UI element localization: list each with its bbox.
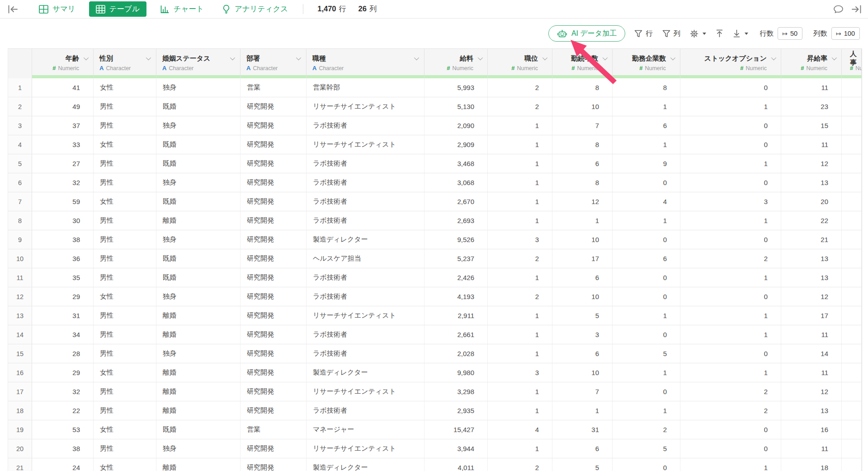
cell[interactable]: 31 [32, 306, 94, 325]
cell[interactable]: 女性 [94, 363, 156, 382]
cell[interactable]: 男性 [94, 230, 156, 249]
cell[interactable] [842, 249, 862, 268]
cell[interactable]: 0 [680, 439, 781, 458]
cell[interactable]: 男性 [94, 211, 156, 230]
cell[interactable]: 研究開発 [241, 116, 307, 135]
cell[interactable]: 男性 [94, 268, 156, 287]
cell[interactable]: 研究開発 [241, 382, 307, 401]
cell[interactable]: 女性 [94, 192, 156, 211]
cell[interactable]: 5 [552, 306, 613, 325]
cell[interactable]: 11 [781, 363, 842, 382]
cell[interactable]: 2,661 [425, 325, 488, 344]
cell[interactable]: ラボ技術者 [307, 401, 425, 420]
cell[interactable]: ラボ技術者 [307, 325, 425, 344]
cell[interactable]: 男性 [94, 249, 156, 268]
column-header-4[interactable]: 部署ACharacter [241, 49, 307, 78]
cell[interactable]: リサーチサイエンティスト [307, 439, 425, 458]
cell[interactable]: 2 [488, 78, 552, 97]
cell[interactable]: 6 [552, 344, 613, 363]
cell[interactable]: 49 [32, 97, 94, 116]
cell[interactable]: 1 [613, 363, 680, 382]
cell[interactable]: 女性 [94, 135, 156, 154]
cell[interactable]: ラボ技術者 [307, 211, 425, 230]
cell[interactable]: 11 [781, 135, 842, 154]
cell[interactable]: 研究開発 [241, 306, 307, 325]
cell[interactable]: 9 [613, 154, 680, 173]
cell[interactable]: 11 [781, 325, 842, 344]
cell[interactable]: 研究開発 [241, 439, 307, 458]
cell[interactable]: 37 [32, 116, 94, 135]
cell[interactable]: 33 [32, 135, 94, 154]
cell[interactable] [842, 382, 862, 401]
cell[interactable]: 12 [781, 382, 842, 401]
cell[interactable]: 1 [488, 268, 552, 287]
cell[interactable]: 離婚 [156, 363, 241, 382]
cell[interactable]: 1 [488, 382, 552, 401]
cell[interactable]: 38 [32, 439, 94, 458]
cell[interactable]: ラボ技術者 [307, 287, 425, 306]
cell[interactable]: 0 [680, 344, 781, 363]
cell[interactable] [842, 401, 862, 420]
cell[interactable]: 1 [613, 97, 680, 116]
cell[interactable]: 1 [488, 401, 552, 420]
cell[interactable]: 製造ディレクター [307, 458, 425, 471]
cell[interactable]: 10 [552, 287, 613, 306]
cell[interactable]: 2 [488, 97, 552, 116]
cell[interactable] [842, 306, 862, 325]
cell[interactable]: 9,526 [425, 230, 488, 249]
filter-rows-button[interactable]: 行 [634, 29, 653, 38]
cell[interactable]: 離婚 [156, 325, 241, 344]
cell[interactable]: 研究開発 [241, 344, 307, 363]
cell[interactable]: 離婚 [156, 211, 241, 230]
cell[interactable]: 2,909 [425, 135, 488, 154]
cell[interactable]: 17 [552, 249, 613, 268]
cell[interactable]: 2,028 [425, 344, 488, 363]
cell[interactable]: 5,130 [425, 97, 488, 116]
cell[interactable]: 2 [488, 458, 552, 471]
cell[interactable]: 1 [488, 116, 552, 135]
cell[interactable] [842, 116, 862, 135]
cell[interactable]: 独身 [156, 287, 241, 306]
cell[interactable]: 1 [680, 306, 781, 325]
cell[interactable]: 0 [613, 173, 680, 192]
cell[interactable]: 1 [613, 135, 680, 154]
cell[interactable]: 1 [488, 439, 552, 458]
cell[interactable]: 独身 [156, 230, 241, 249]
cell[interactable]: 男性 [94, 401, 156, 420]
cell[interactable]: 2,911 [425, 306, 488, 325]
column-header-7[interactable]: 職位#Numeric [488, 49, 552, 78]
cell[interactable]: 独身 [156, 116, 241, 135]
cell[interactable]: 研究開発 [241, 192, 307, 211]
cell[interactable]: 1 [488, 135, 552, 154]
cell[interactable]: 59 [32, 192, 94, 211]
cell[interactable]: 5 [613, 439, 680, 458]
cell[interactable]: 0 [680, 230, 781, 249]
cell[interactable]: 研究開発 [241, 268, 307, 287]
cell[interactable]: 7 [552, 116, 613, 135]
tab-summary[interactable]: サマリ [34, 1, 80, 17]
cell[interactable]: 研究開発 [241, 363, 307, 382]
cell[interactable]: 7 [552, 382, 613, 401]
cell[interactable]: 独身 [156, 173, 241, 192]
cell[interactable]: 研究開発 [241, 135, 307, 154]
cell[interactable]: 0 [680, 78, 781, 97]
cell[interactable]: 営業幹部 [307, 78, 425, 97]
cell[interactable]: 0 [613, 230, 680, 249]
cell[interactable]: 31 [552, 420, 613, 439]
cell[interactable]: 1 [488, 154, 552, 173]
cell[interactable]: 独身 [156, 344, 241, 363]
cell[interactable]: 6 [552, 439, 613, 458]
cell[interactable]: 営業 [241, 420, 307, 439]
cell[interactable]: 2 [680, 401, 781, 420]
cell[interactable]: 1 [488, 173, 552, 192]
cell[interactable]: ラボ技術者 [307, 116, 425, 135]
cell[interactable]: 5,993 [425, 78, 488, 97]
cell[interactable]: 41 [32, 78, 94, 97]
cell[interactable]: 6 [613, 116, 680, 135]
cell[interactable]: リサーチサイエンティスト [307, 135, 425, 154]
column-header-8[interactable]: 勤続年数#Numeric [552, 49, 613, 78]
cell[interactable]: 1 [488, 192, 552, 211]
cell[interactable]: ラボ技術者 [307, 192, 425, 211]
cell[interactable]: 0 [613, 382, 680, 401]
collapse-right-button[interactable] [851, 5, 862, 14]
